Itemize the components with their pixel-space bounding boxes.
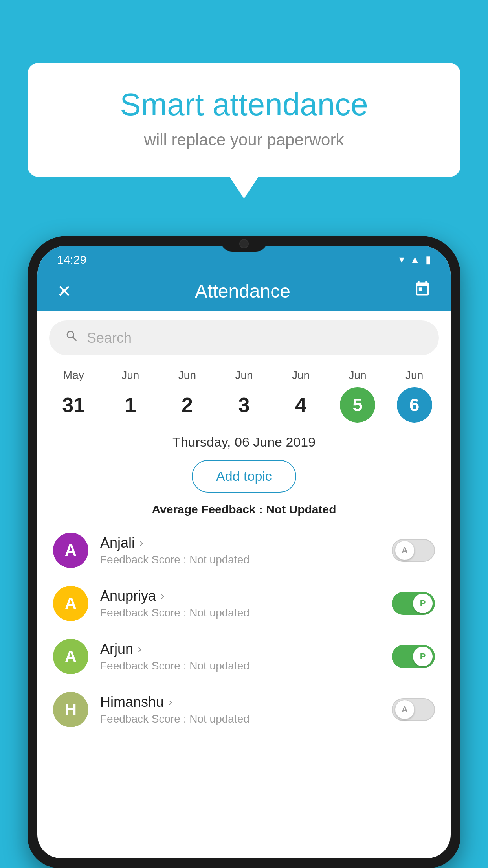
cal-month-label: Jun: [292, 369, 310, 382]
signal-icon: ▲: [410, 254, 420, 266]
cal-day-number: 3: [226, 387, 262, 423]
student-info: Anupriya ›Feedback Score : Not updated: [100, 588, 380, 619]
cal-day-number: 31: [56, 387, 91, 423]
student-info: Anjali ›Feedback Score : Not updated: [100, 535, 380, 566]
attendance-toggle[interactable]: P: [392, 592, 435, 615]
average-feedback: Average Feedback : Not Updated: [37, 499, 451, 524]
speech-bubble: Smart attendance will replace your paper…: [28, 63, 460, 177]
student-feedback: Feedback Score : Not updated: [100, 660, 380, 672]
phone-screen: 14:29 ▾ ▲ ▮ ✕ Attendance S: [37, 246, 451, 858]
selected-date: Thursday, 06 June 2019: [37, 427, 451, 454]
cal-day-number: 6: [397, 387, 432, 423]
student-name: Anjali ›: [100, 535, 380, 551]
cal-month-label: Jun: [405, 369, 423, 382]
cal-month-label: Jun: [235, 369, 253, 382]
student-list: AAnjali ›Feedback Score : Not updatedAAA…: [37, 524, 451, 858]
cal-day-number: 1: [113, 387, 148, 423]
app-bar-title: Attendance: [195, 280, 290, 302]
student-feedback: Feedback Score : Not updated: [100, 554, 380, 566]
search-icon: [65, 329, 79, 347]
battery-icon: ▮: [426, 254, 431, 266]
student-feedback: Feedback Score : Not updated: [100, 607, 380, 619]
student-avatar: A: [53, 533, 88, 568]
bubble-title: Smart attendance: [59, 86, 429, 123]
student-info: Himanshu ›Feedback Score : Not updated: [100, 694, 380, 725]
cal-month-label: Jun: [121, 369, 139, 382]
student-item[interactable]: AAnjali ›Feedback Score : Not updatedA: [37, 524, 451, 577]
avg-feedback-value: Not Updated: [266, 503, 336, 516]
cal-day-number: 4: [283, 387, 319, 423]
attendance-toggle[interactable]: A: [392, 539, 435, 562]
phone-notch: [220, 236, 268, 252]
bubble-subtitle: will replace your paperwork: [59, 131, 429, 149]
attendance-toggle[interactable]: A: [392, 698, 435, 721]
search-bar[interactable]: Search: [49, 320, 439, 355]
student-avatar: A: [53, 586, 88, 621]
calendar-day[interactable]: Jun2: [163, 369, 211, 423]
status-icons: ▾ ▲ ▮: [399, 254, 431, 266]
status-time: 14:29: [57, 253, 86, 267]
cal-month-label: Jun: [349, 369, 367, 382]
calendar-day[interactable]: May31: [50, 369, 97, 423]
calendar-day[interactable]: Jun4: [277, 369, 325, 423]
camera: [239, 239, 249, 248]
calendar-day[interactable]: Jun3: [220, 369, 268, 423]
cal-day-number: 2: [169, 387, 205, 423]
app-bar: ✕ Attendance: [37, 271, 451, 311]
calendar-button[interactable]: [414, 280, 431, 302]
toggle-circle: P: [413, 594, 433, 613]
add-topic-button[interactable]: Add topic: [192, 460, 296, 493]
toggle-circle: A: [395, 541, 415, 560]
close-button[interactable]: ✕: [57, 281, 72, 301]
chevron-icon: ›: [169, 696, 172, 708]
student-name: Arjun ›: [100, 641, 380, 657]
chevron-icon: ›: [138, 643, 141, 655]
student-feedback: Feedback Score : Not updated: [100, 713, 380, 725]
cal-month-label: May: [63, 369, 84, 382]
cal-month-label: Jun: [178, 369, 196, 382]
calendar-day[interactable]: Jun5: [334, 369, 381, 423]
cal-day-number: 5: [340, 387, 375, 423]
student-info: Arjun ›Feedback Score : Not updated: [100, 641, 380, 672]
student-item[interactable]: AAnupriya ›Feedback Score : Not updatedP: [37, 577, 451, 630]
avg-feedback-label: Average Feedback :: [152, 503, 266, 516]
toggle-circle: A: [395, 700, 415, 719]
calendar-day[interactable]: Jun1: [107, 369, 154, 423]
attendance-toggle[interactable]: P: [392, 645, 435, 668]
student-name: Himanshu ›: [100, 694, 380, 710]
student-avatar: H: [53, 692, 88, 727]
student-name: Anupriya ›: [100, 588, 380, 604]
toggle-circle: P: [413, 647, 433, 666]
calendar-day[interactable]: Jun6: [391, 369, 438, 423]
chevron-icon: ›: [139, 537, 143, 549]
calendar-row: May31Jun1Jun2Jun3Jun4Jun5Jun6: [37, 365, 451, 427]
student-item[interactable]: HHimanshu ›Feedback Score : Not updatedA: [37, 683, 451, 736]
student-avatar: A: [53, 639, 88, 674]
wifi-icon: ▾: [399, 254, 404, 266]
chevron-icon: ›: [161, 590, 164, 602]
student-item[interactable]: AArjun ›Feedback Score : Not updatedP: [37, 630, 451, 683]
search-placeholder: Search: [87, 330, 132, 346]
phone-frame: 14:29 ▾ ▲ ▮ ✕ Attendance S: [28, 236, 460, 868]
